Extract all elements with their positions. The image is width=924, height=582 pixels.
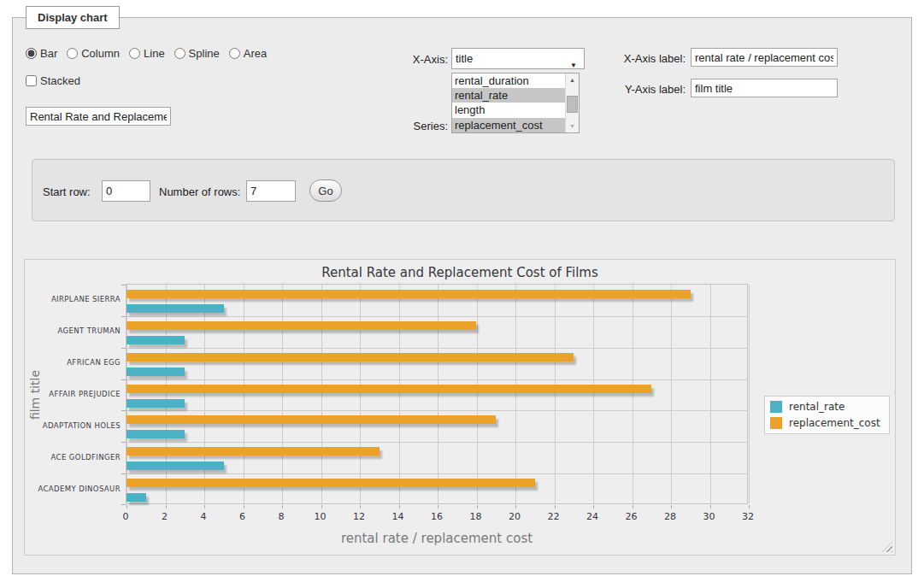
series-option-rental_duration[interactable]: rental_duration — [452, 73, 565, 88]
series-option-replacement_cost[interactable]: replacement_cost — [452, 118, 565, 132]
start-row-label: Start row: — [43, 185, 91, 198]
num-rows-input[interactable] — [246, 180, 296, 202]
legend-swatch — [770, 401, 782, 413]
series-options: rental_durationrental_ratelengthreplacem… — [452, 73, 579, 132]
bar-replacement_cost — [127, 479, 535, 487]
chart-legend: rental_ratereplacement_cost — [764, 396, 890, 434]
gridline-horizontal — [127, 316, 747, 317]
chart-type-radio-area[interactable] — [229, 48, 240, 59]
x-tick-mark — [166, 505, 167, 509]
chart-type-label: Column — [81, 47, 120, 60]
bar-rental_rate — [127, 430, 185, 438]
y-tick-mark — [121, 410, 126, 411]
chart-type-label: Line — [144, 47, 165, 60]
chart-title-input[interactable] — [26, 107, 171, 126]
x-tick-label: 18 — [463, 511, 489, 522]
gridline-horizontal — [127, 348, 747, 349]
x-tick-mark — [204, 505, 205, 509]
bar-rental_rate — [127, 367, 185, 376]
bar-rental_rate — [127, 493, 146, 502]
x-tick-mark — [360, 505, 361, 509]
x-tick-mark — [710, 505, 711, 509]
chart-type-label: Area — [244, 47, 267, 60]
scrollbar-thumb[interactable] — [567, 96, 578, 113]
x-tick-label: 22 — [541, 511, 567, 522]
legend-swatch — [770, 417, 782, 429]
scroll-down-icon[interactable]: ▼ — [566, 120, 579, 132]
series-label: Series: — [388, 120, 448, 132]
x-tick-label: 28 — [657, 511, 683, 522]
bar-replacement_cost — [127, 415, 496, 424]
y-tick-mark — [121, 442, 126, 443]
x-tick-mark — [127, 505, 127, 509]
bar-replacement_cost — [127, 321, 476, 330]
bar-rental_rate — [127, 304, 224, 313]
chart-type-option-line: Line — [129, 47, 165, 60]
series-multiselect[interactable]: rental_durationrental_ratelengthreplacem… — [451, 73, 580, 133]
start-row-input[interactable] — [102, 180, 150, 202]
plot-area — [126, 284, 748, 504]
x-tick-label: 24 — [580, 511, 605, 522]
x-tick-label: 8 — [268, 511, 294, 522]
x-tick-mark — [633, 505, 633, 509]
gridline-vertical — [671, 285, 672, 503]
gridline-vertical — [515, 285, 516, 503]
category-label: ADAPTATION HOLES — [28, 421, 121, 430]
x-tick-mark — [282, 505, 283, 509]
x-tick-label: 6 — [230, 511, 256, 522]
fieldset-title: Display chart — [26, 6, 120, 29]
resize-handle-icon[interactable] — [882, 542, 892, 552]
x-tick-mark — [515, 505, 516, 509]
bar-rental_rate — [127, 399, 185, 408]
legend-entry-rental_rate: rental_rate — [770, 401, 880, 413]
gridline-vertical — [166, 285, 167, 503]
x-axis-label-label: X-Axis label: — [607, 52, 686, 65]
go-button[interactable]: Go — [309, 179, 342, 202]
y-axis-label-input[interactable] — [691, 79, 838, 97]
gridline-vertical — [633, 285, 633, 503]
gridline-vertical — [399, 285, 400, 503]
category-label: AFRICAN EGG — [28, 358, 121, 367]
chart-type-radio-column[interactable] — [67, 48, 78, 59]
stacked-checkbox[interactable] — [26, 75, 37, 86]
gridline-vertical — [282, 285, 283, 503]
chart-type-label: Bar — [40, 47, 57, 60]
legend-entry-replacement_cost: replacement_cost — [770, 417, 880, 429]
scroll-up-icon[interactable]: ▲ — [566, 73, 579, 86]
x-axis-label-input[interactable] — [691, 48, 838, 67]
x-axis-select[interactable]: title ▼ — [451, 48, 585, 69]
series-option-rental_rate[interactable]: rental_rate — [452, 88, 565, 103]
y-tick-mark — [121, 504, 126, 505]
gridline-horizontal — [127, 473, 747, 474]
bar-replacement_cost — [127, 385, 651, 393]
x-tick-mark — [671, 505, 672, 509]
chart-type-option-bar: Bar — [26, 47, 57, 60]
chart-type-radio-bar[interactable] — [26, 48, 37, 59]
x-tick-label: 26 — [619, 511, 644, 522]
chart-type-radio-line[interactable] — [129, 48, 140, 59]
x-axis-selected-value: title — [456, 52, 473, 65]
gridline-vertical — [438, 285, 438, 503]
y-tick-mark — [121, 379, 126, 380]
x-tick-label: 16 — [424, 511, 450, 522]
x-tick-mark — [244, 505, 244, 509]
chart-x-axis-label: rental rate / replacement cost — [126, 531, 748, 546]
y-tick-mark — [121, 348, 126, 349]
bar-rental_rate — [127, 461, 224, 470]
chart-builder-app: Display chart BarColumnLineSplineArea St… — [0, 0, 924, 582]
x-tick-label: 0 — [113, 511, 138, 522]
chart-title: Rental Rate and Replacement Cost of Film… — [25, 265, 895, 280]
x-tick-label: 30 — [697, 511, 722, 522]
chart-type-radio-group: BarColumnLineSplineArea — [26, 47, 267, 60]
gridline-vertical — [555, 285, 556, 503]
x-tick-mark — [749, 505, 750, 509]
series-scrollbar[interactable]: ▲ ▼ — [565, 73, 579, 132]
series-option-length[interactable]: length — [452, 103, 565, 117]
chart-type-radio-spline[interactable] — [174, 48, 185, 59]
category-label: AGENT TRUMAN — [28, 326, 121, 335]
x-tick-label: 4 — [191, 511, 216, 522]
stacked-label: Stacked — [26, 74, 80, 87]
legend-label: rental_rate — [789, 401, 845, 413]
bar-replacement_cost — [127, 353, 574, 362]
stacked-checkbox-row: Stacked — [26, 74, 80, 87]
